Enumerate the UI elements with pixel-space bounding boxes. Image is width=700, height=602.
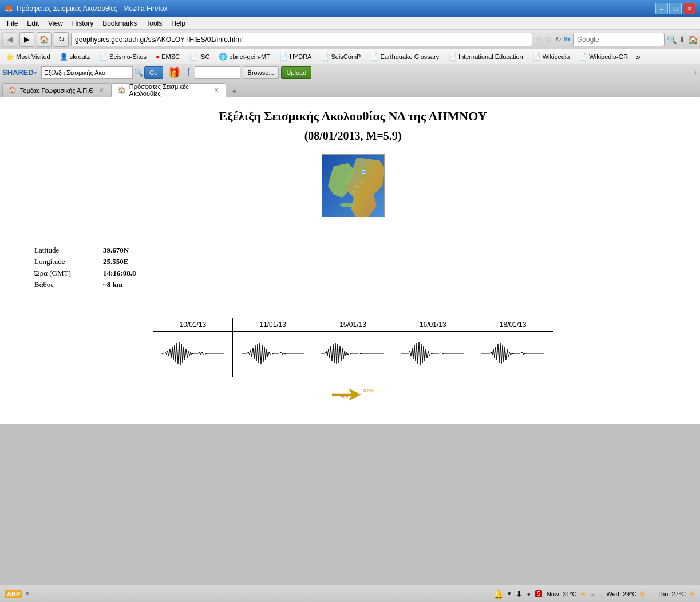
bookmark-most-visited[interactable]: ⭐ Most Visited <box>2 52 54 62</box>
menu-view[interactable]: View <box>43 18 68 29</box>
bookmark-wikipedia-gr[interactable]: 📄 Wikipedia-GR <box>575 52 631 62</box>
bookmark-seiscomp[interactable]: 📄 SeisComP <box>317 52 364 62</box>
new-tab-button[interactable]: + <box>228 85 241 97</box>
statusbar-icon-4: ● <box>527 591 531 597</box>
adblock-icon[interactable]: ABP <box>5 590 22 598</box>
bookmark-star-2[interactable]: ☆ <box>545 34 553 45</box>
seismo-cell-3[interactable] <box>313 332 393 377</box>
depth-label: Βάθος <box>34 280 103 289</box>
bookmark-star[interactable]: ☆ <box>535 34 543 45</box>
google-icon: 8▾ <box>564 36 571 43</box>
bookmark-intl-edu[interactable]: 📄 International Education <box>445 52 527 62</box>
addon-right-controls: − + <box>686 68 698 77</box>
search-bar[interactable] <box>573 33 665 46</box>
svg-point-6 <box>340 203 356 207</box>
bookmarks-overflow[interactable]: » <box>636 52 640 61</box>
bookmark-label: Wikipedia <box>543 53 570 60</box>
addon-search-input[interactable] <box>41 66 133 79</box>
addon-bar: SHARED▾ 🔍 Go 🎁 f Browse... Upload − + <box>0 64 700 81</box>
info-row-longitude: Longitude 25.550E <box>34 257 671 266</box>
tab-seismic[interactable]: 🏠 Πρόσφατες Σεισμικές Ακολουθίες ✕ <box>112 83 226 97</box>
col-date-4: 16/01/13 <box>393 318 473 332</box>
page-subtitle: (08/01/2013, M=5.9) <box>23 129 683 143</box>
statusbar-icon-3: ⬇ <box>516 589 523 599</box>
addon-browse-button[interactable]: Browse... <box>243 66 279 79</box>
bookmark-label: Wikipedia-GR <box>589 53 628 60</box>
menu-history[interactable]: History <box>68 18 98 29</box>
tab-close-button-2[interactable]: ✕ <box>213 86 220 94</box>
addon-gift-icon[interactable]: 🎁 <box>168 66 180 79</box>
map-container <box>23 154 683 217</box>
seismogram-table: 10/01/13 11/01/13 15/01/13 16/01/13 18/0… <box>153 318 553 377</box>
statusbar: ABP ✕ 🔔 ▾ ⬇ ● 5 Now: 31°C ☀ ☁ | Wed: 29°… <box>0 585 700 602</box>
minimize-button[interactable]: – <box>655 3 668 14</box>
addon-minimize-icon[interactable]: − <box>686 68 691 77</box>
doc-icon-4: 📄 <box>321 53 329 61</box>
menu-bookmarks[interactable]: Bookmarks <box>98 18 141 29</box>
latitude-value: 39.670N <box>103 246 129 255</box>
addon-search-icon[interactable]: 🔍 <box>134 68 143 77</box>
close-button[interactable]: ✕ <box>683 3 695 14</box>
bookmark-seismo-sites[interactable]: 📄 Seismo-Sites <box>96 52 150 62</box>
weather-thu-label: Thu: 27°C <box>657 591 686 597</box>
depth-value: ~8 km <box>103 280 123 289</box>
addon-upload-button[interactable]: Upload <box>281 66 311 79</box>
user-icon: 👤 <box>60 53 68 61</box>
bookmark-skroutz[interactable]: 👤 skroutz <box>56 52 93 62</box>
col-date-5: 18/01/13 <box>473 318 553 332</box>
menu-edit[interactable]: Edit <box>22 18 43 29</box>
back-arrow[interactable]: ««« <box>332 387 361 407</box>
bookmark-wikipedia[interactable]: 📄 Wikipedia <box>529 52 574 62</box>
bookmark-eq-glossary[interactable]: 📄 Earthquake Glossary <box>366 52 442 62</box>
search-icon[interactable]: 🔍 <box>667 35 677 44</box>
latitude-label: Latitude <box>34 246 103 255</box>
seismo-cell-4[interactable] <box>393 332 473 377</box>
menu-help[interactable]: Help <box>167 18 190 29</box>
weather-wed-label: Wed: 29°C <box>606 591 636 597</box>
bookmark-emsc[interactable]: ● EMSC <box>152 52 183 62</box>
menu-tools[interactable]: Tools <box>141 18 167 29</box>
bookmark-isc[interactable]: 📄 ISC <box>185 52 213 62</box>
statusbar-left: ABP ✕ <box>5 590 30 598</box>
tabs-bar: 🏠 Τομέας Γεωφυσικής Α.Π.Θ ✕ 🏠 Πρόσφατες … <box>0 81 700 97</box>
bookmark-bbnet[interactable]: 🌐 bbnet-gein-MT <box>215 52 274 62</box>
bookmark-hydra[interactable]: 📄 HYDRA <box>276 52 315 62</box>
maximize-button[interactable]: □ <box>669 3 682 14</box>
seismo-cell-2[interactable] <box>233 332 313 377</box>
menu-file[interactable]: File <box>2 18 22 29</box>
home-icon-2[interactable]: 🏠 <box>688 35 698 44</box>
svg-point-5 <box>361 181 364 183</box>
addon-extra-input[interactable] <box>195 66 240 79</box>
reload-button[interactable]: ↻ <box>54 32 69 47</box>
home-button[interactable]: 🏠 <box>37 32 52 47</box>
cloud-icon: ☁ <box>589 590 596 598</box>
addon-plus-icon[interactable]: + <box>693 68 698 77</box>
svg-text:«««: ««« <box>340 394 348 399</box>
doc-icon-2: 📄 <box>189 53 197 61</box>
tab-geophysics[interactable]: 🏠 Τομέας Γεωφυσικής Α.Π.Θ ✕ <box>2 83 112 97</box>
tab-close-button[interactable]: ✕ <box>97 86 105 95</box>
seismo-cell-1[interactable] <box>153 332 233 377</box>
tab-label-active: Πρόσφατες Σεισμικές Ακολουθίες <box>129 83 209 97</box>
download-icon[interactable]: ⬇ <box>679 35 686 44</box>
info-row-time: Ώρα (GMT) 14:16:08.8 <box>34 269 671 278</box>
refresh-icon[interactable]: ↻ <box>555 35 561 44</box>
longitude-label: Longitude <box>34 257 103 266</box>
addon-facebook-icon[interactable]: f <box>187 66 190 78</box>
addon-go-button[interactable]: Go <box>144 66 163 79</box>
waveform-svg-1 <box>159 336 227 371</box>
window-titlebar: 🦊 Πρόσφατες Σεισμικές Ακολουθίες - Mozil… <box>0 0 700 17</box>
url-bar[interactable] <box>71 33 532 46</box>
seismo-cell-5[interactable] <box>473 332 553 377</box>
arrow-container: ««« ««« <box>23 387 683 407</box>
page-title: Εξέλιξη Σεισμικής Ακολουθίας ΝΔ της ΛΗΜΝ… <box>23 109 683 124</box>
back-button[interactable]: ◀ <box>2 32 17 47</box>
menubar: File Edit View History Bookmarks Tools H… <box>0 17 700 30</box>
waveform-svg-3 <box>318 336 387 371</box>
addon-search-area: 🔍 Go <box>41 66 163 79</box>
doc-icon-7: 📄 <box>532 53 541 61</box>
sun-icon-2: ☀ <box>639 589 646 599</box>
forward-button[interactable]: ▶ <box>19 32 34 47</box>
star-icon: ⭐ <box>6 53 14 61</box>
longitude-value: 25.550E <box>103 257 128 266</box>
